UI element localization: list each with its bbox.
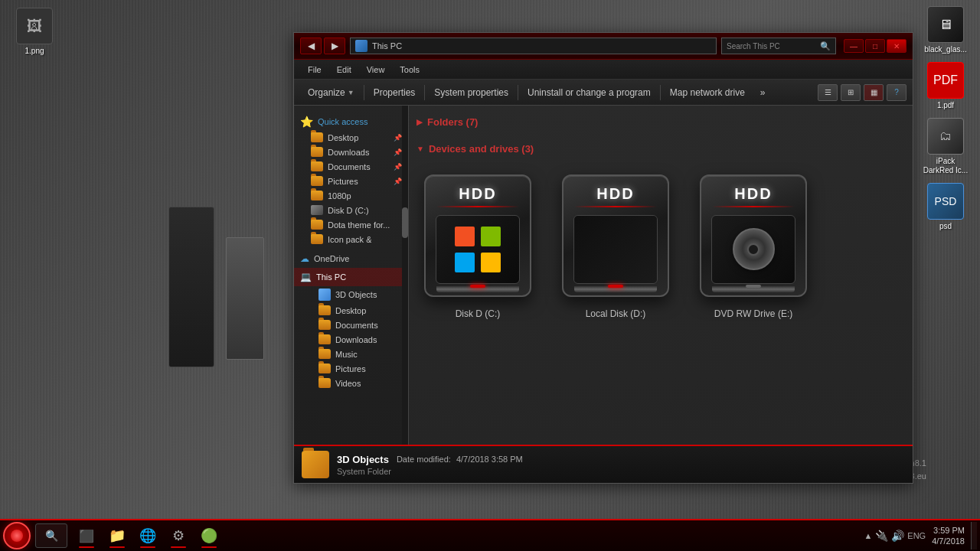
menu-file[interactable]: File [300, 60, 329, 80]
organize-button[interactable]: Organize ▼ [300, 83, 362, 103]
start-button[interactable] [3, 522, 31, 549]
drive-item-d[interactable]: HDD Local Disk (D:) [554, 168, 677, 319]
sidebar-item-desktop-pinned[interactable]: Desktop 📌 [294, 130, 408, 145]
close-button[interactable]: ✕ [887, 39, 906, 53]
properties-button[interactable]: Properties [366, 83, 423, 103]
desktop-icon-pdf[interactable]: PDF 1.pdf [919, 62, 972, 110]
sidebar-item-desktop[interactable]: Desktop [294, 303, 408, 318]
sidebar-item-downloads-pinned[interactable]: Downloads 📌 [294, 145, 408, 159]
system-properties-button[interactable]: System properties [426, 83, 516, 103]
win-logo-tr [481, 227, 501, 246]
folder-icon [318, 364, 331, 373]
sidebar-item-downloads[interactable]: Downloads [294, 332, 408, 347]
pin-icon: 📌 [394, 148, 402, 156]
sidebar-item-pictures[interactable]: Pictures [294, 361, 408, 376]
desktop-icon-psd[interactable]: PSD psd [919, 183, 972, 231]
toolbar: Organize ▼ Properties System properties … [294, 80, 913, 106]
content-panel: ▶ Folders (7) ▼ Devices and drives (3) H… [409, 106, 913, 445]
hdd-d-body: HDD [562, 174, 669, 297]
hdd-d-label: HDD [596, 185, 634, 203]
hdd-e-body: HDD [700, 174, 807, 297]
sidebar-onedrive[interactable]: ☁ OneDrive [294, 249, 408, 268]
hdd-d-indicator [608, 285, 623, 288]
hdd-c-accent [436, 206, 520, 207]
view-tiles-button[interactable]: ⊞ [841, 84, 861, 101]
sidebar-item-pictures-pinned[interactable]: Pictures 📌 [294, 174, 408, 188]
tray-volume-icon[interactable]: 🔊 [891, 530, 904, 542]
folders-chevron-icon: ▶ [416, 118, 423, 126]
desktop-icon-ipack[interactable]: 🗂 iPack DarkRed Ic... [919, 118, 972, 175]
back-button[interactable]: ◀ [300, 37, 322, 54]
menu-tools[interactable]: Tools [392, 60, 427, 80]
sidebar-item-icon-pack[interactable]: Icon pack & [294, 232, 408, 246]
folder-icon [311, 161, 323, 171]
hdd-d-container: HDD [557, 168, 675, 302]
tray-clock-battery: ENG [907, 531, 926, 540]
address-bar[interactable]: This PC [350, 37, 717, 54]
tray-up-arrow[interactable]: ▲ [864, 531, 872, 540]
status-bar: 3D Objects Date modified: 4/7/2018 3:58 … [294, 445, 913, 483]
minimize-button[interactable]: — [844, 39, 864, 53]
hdd-c-face [436, 215, 520, 284]
search-placeholder: Search This PC [727, 42, 780, 51]
explorer-window: ◀ ▶ This PC Search This PC 🔍 — □ ✕ File … [293, 32, 913, 484]
drives-grid: HDD [416, 161, 905, 327]
sidebar-thispc[interactable]: 💻 This PC [294, 268, 408, 286]
sidebar-item-music[interactable]: Music [294, 347, 408, 361]
desktop-icon-1png[interactable]: 🖼 1.png [8, 8, 61, 56]
devices-section-header[interactable]: ▼ Devices and drives (3) [416, 140, 905, 161]
sidebar-item-disk-c[interactable]: Disk D (C:) [294, 203, 408, 217]
uninstall-button[interactable]: Uninstall or change a program [520, 83, 658, 103]
search-bar[interactable]: Search This PC 🔍 [721, 37, 836, 54]
map-drive-button[interactable]: Map network drive [662, 83, 753, 103]
help-button[interactable]: ? [887, 84, 906, 101]
title-bar: ◀ ▶ This PC Search This PC 🔍 — □ ✕ [294, 33, 913, 60]
windows-logo [455, 227, 501, 272]
sidebar-item-3d-objects[interactable]: 3D Objects [294, 286, 408, 303]
folder-icon [318, 349, 331, 359]
sidebar-quick-access-header[interactable]: ⭐ Quick access [294, 112, 408, 130]
show-desktop-button[interactable] [971, 522, 977, 549]
more-button[interactable]: » [753, 83, 773, 103]
sidebar-item-videos[interactable]: Videos [294, 376, 408, 390]
taskbar-app-task-view[interactable]: ⬛ [72, 522, 101, 549]
taskbar-search[interactable]: 🔍 [35, 523, 67, 548]
drive-e-name: DVD RW Drive (E:) [714, 308, 792, 319]
drive-d-name: Local Disk (D:) [586, 308, 646, 319]
sidebar-item-dota-theme[interactable]: Dota theme for... [294, 217, 408, 232]
toolbar-right: ☰ ⊞ ▦ ? [818, 84, 906, 101]
taskbar-app-greenshot[interactable]: 🟢 [194, 522, 224, 549]
forward-button[interactable]: ▶ [324, 37, 345, 54]
menu-edit[interactable]: Edit [329, 60, 359, 80]
drive-item-e[interactable]: HDD DVD RW Drive [692, 168, 815, 319]
taskbar-app-edge[interactable]: 🌐 [133, 522, 162, 549]
sidebar-scrollbar[interactable] [402, 106, 408, 445]
pin-icon: 📌 [394, 178, 402, 185]
nav-buttons: ◀ ▶ [300, 37, 345, 54]
taskbar-clock[interactable]: 3:59 PM 4/7/2018 [932, 525, 965, 547]
taskbar-app-settings[interactable]: ⚙ [164, 522, 193, 549]
hdd-c-indicator [470, 285, 485, 288]
start-button-inner [11, 530, 23, 542]
quick-access-icon: ⭐ [300, 116, 313, 128]
drive-item-c[interactable]: HDD [416, 168, 539, 319]
3d-objects-icon [318, 289, 331, 301]
maximize-button[interactable]: □ [865, 39, 885, 53]
hdd-c-container: HDD [419, 168, 537, 302]
view-details-button[interactable]: ☰ [818, 84, 838, 101]
hdd-e-container: HDD [694, 168, 813, 302]
sidebar-scroll-thumb[interactable] [402, 207, 408, 238]
sidebar-item-1080p[interactable]: 1080p [294, 188, 408, 203]
win-logo-tl [455, 227, 475, 246]
menu-view[interactable]: View [359, 60, 393, 80]
sidebar-item-documents[interactable]: Documents [294, 318, 408, 332]
menu-bar: File Edit View Tools [294, 60, 913, 80]
sidebar-item-documents-pinned[interactable]: Documents 📌 [294, 159, 408, 174]
view-icons-button[interactable]: ▦ [864, 84, 884, 101]
pin-icon: 📌 [394, 163, 402, 171]
taskbar-right: ▲ 🔌 🔊 ENG 3:59 PM 4/7/2018 [864, 522, 977, 549]
desktop-icon-black-glass[interactable]: 🖥 black_glas... [919, 6, 972, 54]
toolbar-separator-1 [364, 85, 364, 100]
folders-section-header[interactable]: ▶ Folders (7) [416, 113, 905, 134]
taskbar-app-explorer[interactable]: 📁 [103, 522, 132, 549]
